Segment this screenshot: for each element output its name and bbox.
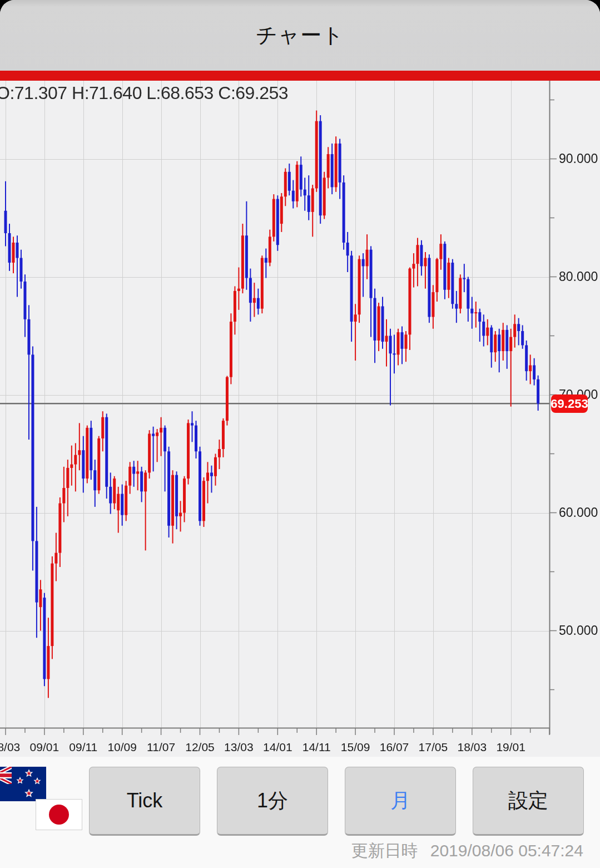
jpy-flag-sun [49, 805, 69, 825]
one-minute-button[interactable]: 1分 [217, 767, 328, 836]
tick-button[interactable]: Tick [89, 767, 200, 836]
update-time: 更新日時 2019/08/06 05:47:24 [343, 840, 583, 862]
candlestick-chart[interactable] [0, 81, 600, 757]
page-title: チャート [256, 21, 344, 50]
nzd-flag-icon[interactable] [0, 767, 46, 801]
update-time-label: 更新日時 [351, 841, 418, 860]
jpy-flag-icon[interactable] [36, 799, 82, 830]
app-screen: チャート O:71.307 H:71.640 L:68.653 C:69.253… [0, 0, 600, 868]
toolbar: Tick 1分 月 設定 更新日時 2019/08/06 05:47:24 [0, 757, 600, 868]
update-time-value: 2019/08/06 05:47:24 [430, 841, 583, 860]
title-bar: チャート [0, 0, 600, 71]
chart-area: O:71.307 H:71.640 L:68.653 C:69.253 69.2… [0, 81, 600, 757]
current-price-badge: 69.253 [551, 394, 588, 413]
ohlc-readout: O:71.307 H:71.640 L:68.653 C:69.253 [0, 83, 288, 103]
settings-button[interactable]: 設定 [473, 767, 584, 836]
accent-bar [0, 71, 600, 81]
month-button[interactable]: 月 [345, 767, 456, 836]
